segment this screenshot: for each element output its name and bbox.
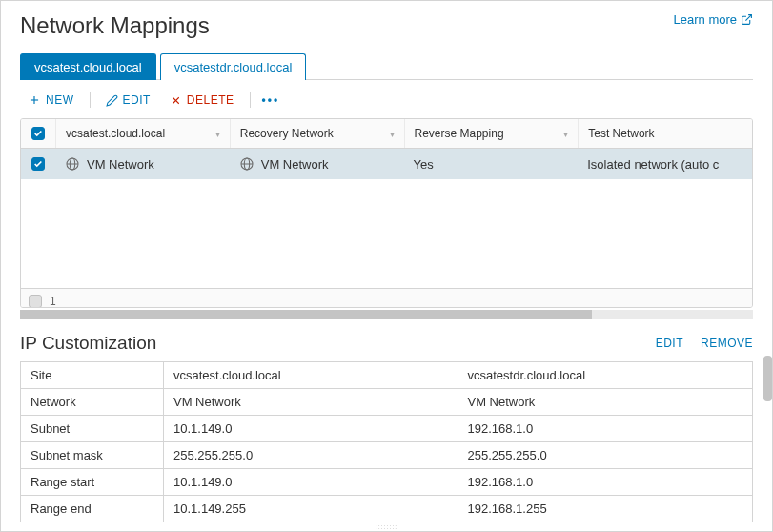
external-link-icon	[741, 13, 753, 26]
filter-icon[interactable]: ▾	[390, 129, 395, 139]
ip-value-2: 255.255.255.0	[458, 442, 753, 468]
table-row[interactable]: VM Network VM Network Yes Isolated netwo…	[21, 149, 752, 179]
delete-label: DELETE	[187, 93, 234, 107]
pencil-icon	[106, 94, 118, 107]
column-header-text: Test Network	[588, 127, 654, 140]
ip-label: Site	[21, 362, 164, 388]
column-header-recovery[interactable]: Recovery Network ▾	[230, 119, 404, 148]
ip-value-2: 192.168.1.0	[458, 416, 753, 441]
ip-label: Subnet mask	[21, 442, 164, 468]
ip-row-subnet-mask: Subnet mask 255.255.255.0 255.255.255.0	[21, 442, 752, 469]
x-icon	[170, 94, 182, 107]
site-tabs: vcsatest.cloud.local vcsatestdr.cloud.lo…	[20, 52, 753, 80]
right-scrollbar-thumb[interactable]	[763, 356, 772, 401]
column-header-text: Reverse Mapping	[415, 127, 504, 140]
toolbar-separator	[250, 92, 251, 108]
ip-value-1: 10.1.149.0	[164, 469, 458, 495]
delete-button[interactable]: DELETE	[162, 90, 242, 111]
column-header-text: Recovery Network	[240, 127, 334, 140]
network-icon	[239, 156, 254, 172]
select-all-checkbox[interactable]	[31, 127, 45, 140]
ip-row-range-start: Range start 10.1.149.0 192.168.1.0	[21, 469, 752, 496]
ip-value-2: vcsatestdr.cloud.local	[458, 362, 753, 388]
horizontal-scrollbar[interactable]	[20, 310, 753, 319]
svg-line-0	[745, 15, 751, 21]
ip-label: Range start	[21, 469, 164, 495]
ip-panel-title: IP Customization	[20, 333, 156, 354]
ip-row-subnet: Subnet 10.1.149.0 192.168.1.0	[21, 416, 752, 442]
cell-recovery-network: VM Network	[261, 157, 329, 172]
ip-value-1: 10.1.149.0	[164, 416, 458, 441]
new-button[interactable]: NEW	[20, 90, 82, 111]
ip-row-range-end: Range end 10.1.149.255 192.168.1.255	[21, 496, 752, 522]
resize-handle[interactable]: ::::::::	[20, 522, 753, 531]
edit-button[interactable]: EDIT	[98, 90, 158, 111]
toolbar-separator	[90, 92, 91, 108]
learn-more-text: Learn more	[674, 12, 737, 27]
column-header-source[interactable]: vcsatest.cloud.local ↑ ▾	[55, 119, 230, 148]
ip-row-network: Network VM Network VM Network	[21, 389, 752, 416]
ip-value-2: 192.168.1.0	[458, 469, 753, 495]
tab-site-1[interactable]: vcsatest.cloud.local	[20, 53, 156, 80]
ip-value-1: vcsatest.cloud.local	[164, 362, 458, 388]
footer-select-toggle[interactable]	[29, 295, 42, 308]
ip-row-site: Site vcsatest.cloud.local vcsatestdr.clo…	[21, 362, 752, 389]
footer-count: 1	[50, 295, 56, 308]
ip-value-1: VM Network	[164, 389, 458, 415]
toolbar: NEW EDIT DELETE •••	[20, 90, 753, 111]
ip-value-2: 192.168.1.255	[458, 496, 753, 522]
network-icon	[65, 156, 80, 172]
page-title: Network Mappings	[20, 12, 210, 39]
column-header-text: vcsatest.cloud.local	[66, 127, 165, 140]
grid-header: vcsatest.cloud.local ↑ ▾ Recovery Networ…	[21, 119, 752, 149]
ip-label: Range end	[21, 496, 164, 522]
cell-test-network: Isolated network (auto c	[587, 157, 719, 172]
ip-value-1: 10.1.149.255	[164, 496, 458, 522]
mappings-grid: vcsatest.cloud.local ↑ ▾ Recovery Networ…	[20, 118, 753, 308]
filter-icon[interactable]: ▾	[563, 129, 568, 139]
plus-icon	[28, 93, 41, 107]
ip-label: Subnet	[21, 416, 164, 441]
ip-remove-button[interactable]: REMOVE	[701, 337, 753, 350]
edit-label: EDIT	[123, 93, 151, 107]
grid-body: VM Network VM Network Yes Isolated netwo…	[21, 149, 752, 288]
column-header-test[interactable]: Test Network	[578, 119, 752, 148]
ellipsis-icon: •••	[262, 93, 280, 107]
ip-customization-table: Site vcsatest.cloud.local vcsatestdr.clo…	[20, 361, 753, 522]
sort-asc-icon: ↑	[171, 129, 175, 139]
more-actions-button[interactable]: •••	[258, 90, 284, 111]
tab-site-2[interactable]: vcsatestdr.cloud.local	[160, 53, 307, 80]
ip-value-1: 255.255.255.0	[164, 442, 458, 468]
row-checkbox[interactable]	[31, 157, 45, 171]
column-header-reverse[interactable]: Reverse Mapping ▾	[404, 119, 579, 148]
cell-source-network: VM Network	[87, 157, 154, 172]
learn-more-link[interactable]: Learn more	[674, 12, 753, 27]
filter-icon[interactable]: ▾	[215, 129, 220, 139]
grid-footer: 1	[21, 288, 752, 308]
scrollbar-thumb[interactable]	[20, 310, 592, 319]
new-label: NEW	[46, 93, 74, 107]
ip-value-2: VM Network	[458, 389, 753, 415]
ip-label: Network	[21, 389, 164, 415]
cell-reverse-mapping: Yes	[414, 157, 434, 172]
ip-edit-button[interactable]: EDIT	[656, 337, 683, 350]
